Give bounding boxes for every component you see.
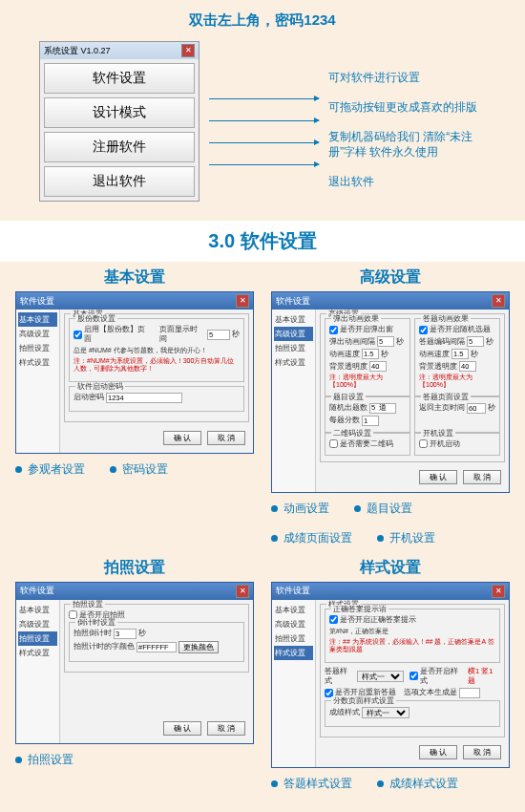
input[interactable] bbox=[459, 688, 480, 698]
input[interactable] bbox=[452, 349, 469, 359]
bullet-item: 参观者设置 bbox=[15, 461, 85, 478]
group-correct-tip: 正确答案提示语 是否开启正确答案提示 第#N#，正确答案是 注：## 为系统设置… bbox=[325, 609, 500, 663]
input-time[interactable] bbox=[207, 330, 230, 340]
chk-popup[interactable] bbox=[329, 326, 338, 334]
menu-btn-design-mode[interactable]: 设计模式 bbox=[44, 97, 195, 128]
group-basic: 基本设置 股份数设置 启用【股份数】页面 页面显示时间秒 总是 #NUM# 代参… bbox=[64, 313, 249, 422]
input[interactable] bbox=[362, 349, 379, 359]
menu-btn-register[interactable]: 注册软件 bbox=[44, 132, 195, 162]
sidebar-item-photo[interactable]: 拍照设置 bbox=[18, 341, 57, 355]
dot-icon bbox=[271, 780, 278, 787]
menu-window: 系统设置 V1.0.27 ✕ 软件设置 设计模式 注册软件 退出软件 bbox=[39, 41, 200, 202]
close-icon[interactable]: ✕ bbox=[236, 294, 249, 308]
input[interactable] bbox=[467, 403, 486, 414]
group-title: 正确答案提示语 bbox=[331, 605, 388, 614]
chk-qrcode[interactable] bbox=[329, 439, 338, 448]
bullet-label: 动画设置 bbox=[284, 501, 329, 517]
input-password[interactable] bbox=[106, 393, 182, 403]
unit: 秒 bbox=[396, 337, 404, 347]
dot-icon bbox=[271, 535, 278, 542]
sidebar-item-basic[interactable]: 基本设置 bbox=[18, 603, 57, 617]
chk-boot[interactable] bbox=[419, 439, 428, 448]
group-advanced: 高级设置 弹出动画效果 是否开启弹出窗 弹出动画间隔秒 动画速度秒 背景透明度 … bbox=[320, 313, 505, 462]
input-countdown[interactable] bbox=[114, 629, 136, 639]
select-answer-style[interactable]: 样式一 bbox=[357, 671, 405, 682]
sidebar-item-photo[interactable]: 拍照设置 bbox=[274, 631, 313, 646]
group-style: 样式设置 正确答案提示语 是否开启正确答案提示 第#N#，正确答案是 注：## … bbox=[320, 604, 505, 737]
sidebar-item-basic[interactable]: 基本设置 bbox=[274, 312, 313, 327]
ok-button[interactable]: 确 认 bbox=[419, 470, 457, 484]
group-score-style: 分数页面样式设置 成绩样式样式一 bbox=[325, 700, 500, 727]
warning-text: 注：## 为系统设置，必须输入！## 题，正确答案是A 答案类型跟题 bbox=[329, 638, 495, 654]
arrow-icon bbox=[209, 142, 319, 143]
sidebar-item-style[interactable]: 样式设置 bbox=[274, 355, 313, 370]
chk-random[interactable] bbox=[419, 326, 428, 334]
input[interactable] bbox=[369, 361, 387, 372]
change-color-button[interactable]: 更换颜色 bbox=[178, 641, 219, 653]
sidebar-item-adv[interactable]: 高级设置 bbox=[274, 617, 313, 631]
sidebar-item-basic[interactable]: 基本设置 bbox=[274, 603, 313, 617]
dot-icon bbox=[377, 535, 384, 542]
sidebar-item-style[interactable]: 样式设置 bbox=[18, 646, 57, 660]
subsection-title: 高级设置 bbox=[271, 267, 510, 288]
ok-button[interactable]: 确 认 bbox=[419, 745, 457, 759]
sidebar-item-adv[interactable]: 高级设置 bbox=[274, 327, 313, 341]
sidebar-item-adv[interactable]: 高级设置 bbox=[18, 617, 57, 631]
input[interactable] bbox=[377, 336, 394, 347]
chk-enable-shares[interactable] bbox=[74, 331, 82, 339]
label: 答题编码间隔 bbox=[419, 337, 465, 347]
dialog-title: 软件设置 bbox=[276, 295, 310, 308]
label: 每题分数 bbox=[329, 416, 360, 425]
section-band: 3.0 软件设置 bbox=[0, 221, 525, 262]
cancel-button[interactable]: 取 消 bbox=[207, 431, 245, 445]
menu-title-text: 系统设置 V1.0.27 bbox=[44, 45, 111, 57]
sidebar-item-adv[interactable]: 高级设置 bbox=[18, 327, 57, 341]
input[interactable] bbox=[369, 403, 396, 414]
sidebar-item-style[interactable]: 样式设置 bbox=[18, 355, 57, 370]
style-value: 横1 竖1题 bbox=[468, 667, 500, 686]
sidebar-item-basic[interactable]: 基本设置 bbox=[18, 312, 57, 327]
label: 开机启动 bbox=[430, 439, 460, 449]
ok-button[interactable]: 确 认 bbox=[163, 431, 201, 445]
group-title: 答题页面设置 bbox=[421, 393, 471, 402]
group-shares: 股份数设置 启用【股份数】页面 页面显示时间秒 总是 #NUM# 代参与答题数，… bbox=[69, 318, 244, 382]
bullet-item: 成绩页面设置 bbox=[271, 530, 352, 546]
bullet-label: 拍照设置 bbox=[28, 752, 74, 768]
dialog-style: 软件设置 ✕ 基本设置 高级设置 拍照设置 样式设置 样式设置 正确答案提示语 … bbox=[271, 582, 510, 768]
desc-text: 可拖动按钮更改成喜欢的排版 bbox=[328, 99, 486, 116]
cancel-button[interactable]: 取 消 bbox=[463, 745, 501, 759]
bullet-item: 开机设置 bbox=[377, 530, 435, 546]
dot-icon bbox=[354, 505, 361, 512]
menu-btn-exit[interactable]: 退出软件 bbox=[44, 166, 195, 197]
dialog-title: 软件设置 bbox=[20, 295, 54, 308]
bullet-label: 密码设置 bbox=[122, 461, 168, 478]
input-color[interactable] bbox=[136, 642, 177, 652]
group-title: 弹出动画效果 bbox=[331, 314, 381, 324]
input[interactable] bbox=[459, 361, 476, 372]
close-icon[interactable]: ✕ bbox=[181, 44, 195, 57]
sidebar-item-photo[interactable]: 拍照设置 bbox=[274, 341, 313, 355]
ok-button[interactable]: 确 认 bbox=[163, 721, 201, 736]
label: 成绩样式 bbox=[329, 708, 360, 717]
chk-style-on[interactable] bbox=[410, 672, 418, 680]
dot-icon bbox=[110, 466, 116, 473]
chk-correct[interactable] bbox=[329, 615, 338, 624]
select-score-style[interactable]: 样式一 bbox=[362, 707, 410, 718]
group-title: 股份数设置 bbox=[75, 314, 117, 324]
bullet-item: 答题样式设置 bbox=[271, 776, 352, 792]
cancel-button[interactable]: 取 消 bbox=[207, 721, 245, 736]
label: 是否需要二维码 bbox=[340, 439, 393, 449]
input[interactable] bbox=[362, 416, 379, 426]
unit: 秒 bbox=[138, 629, 146, 638]
bullet-row: 动画设置 题目设置 成绩页面设置 开机设置 bbox=[271, 493, 510, 550]
sidebar-item-style[interactable]: 样式设置 bbox=[274, 646, 313, 660]
bullet-label: 题目设置 bbox=[367, 501, 412, 517]
bullet-item: 拍照设置 bbox=[15, 752, 74, 768]
sidebar-item-photo[interactable]: 拍照设置 bbox=[18, 631, 57, 646]
menu-btn-software-settings[interactable]: 软件设置 bbox=[44, 63, 195, 94]
close-icon[interactable]: ✕ bbox=[492, 294, 505, 308]
cancel-button[interactable]: 取 消 bbox=[463, 470, 501, 484]
input[interactable] bbox=[467, 336, 484, 347]
close-icon[interactable]: ✕ bbox=[492, 585, 505, 598]
close-icon[interactable]: ✕ bbox=[236, 585, 249, 598]
